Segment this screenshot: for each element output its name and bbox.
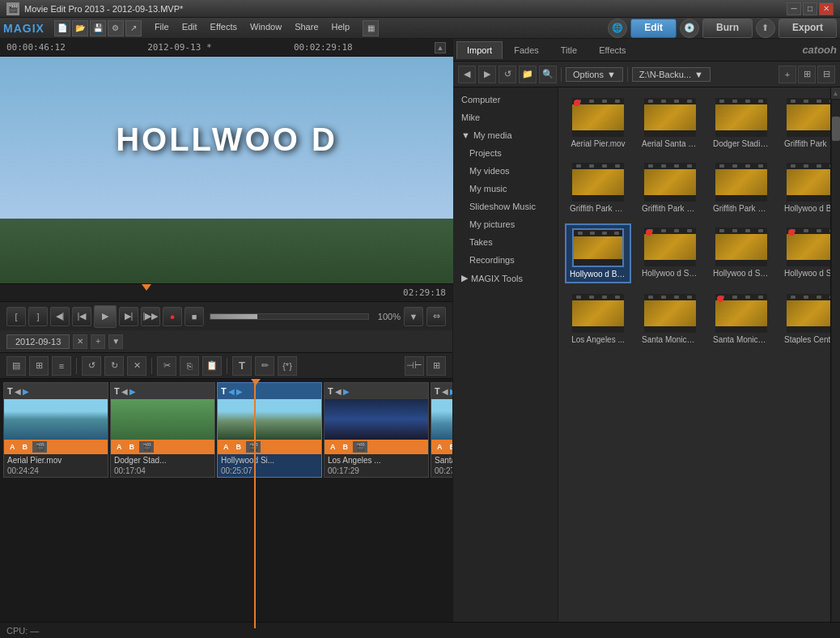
nav-slideshow[interactable]: Slideshow Music (453, 198, 558, 215)
nav-mike[interactable]: Mike (453, 108, 558, 126)
file-santa-monica-2[interactable]: Santa Monica ... (709, 290, 774, 348)
ab-button-4[interactable]: A (328, 442, 338, 452)
timeline-tab[interactable]: 2012-09-13 (6, 334, 70, 349)
save-button[interactable]: 💾 (90, 20, 106, 36)
file-griffith-2[interactable]: Griffith Park 1.m... (565, 159, 631, 217)
nav-mymusic[interactable]: My music (453, 180, 558, 198)
arrow-button[interactable]: ↗ (125, 20, 142, 36)
nav-computer[interactable]: Computer (453, 91, 558, 108)
progress-bar[interactable] (210, 313, 369, 320)
menu-help[interactable]: Help (325, 20, 357, 36)
clip-santa-monica[interactable]: T ◀ ▶ A B 🎬 Santa Monica. (431, 382, 452, 478)
nav-mymedia[interactable]: ▼ My media (453, 126, 558, 144)
refresh-button[interactable]: ↺ (498, 66, 516, 83)
copy-button[interactable]: ⎘ (180, 356, 199, 376)
ab-button-b3[interactable]: B (234, 442, 244, 452)
menu-window[interactable]: Window (244, 20, 288, 36)
track-end-button[interactable]: ⊣⊢ (405, 356, 424, 376)
file-griffith-1[interactable]: Griffith Park 1(1)... (780, 94, 830, 152)
clip-la[interactable]: T ◀ ▶ A B 🎬 (324, 382, 429, 478)
close-button[interactable]: ✕ (819, 2, 834, 15)
prev-frame-button[interactable]: |◀ (72, 307, 91, 326)
nav-myvideos[interactable]: My videos (453, 162, 558, 180)
file-hollywood-bowl-4[interactable]: Hollywoo d Bowl 4.mov (565, 223, 631, 283)
nav-recordings[interactable]: Recordings (453, 251, 558, 269)
file-griffith-4[interactable]: Griffith Park 3.m... (709, 159, 774, 217)
track-settings[interactable]: ⊞ (426, 356, 446, 376)
play-button[interactable]: ▶ (94, 305, 117, 328)
ab-button[interactable]: A (7, 442, 18, 452)
extra-icon[interactable]: ▦ (363, 20, 379, 36)
ab-button-b2[interactable]: B (127, 442, 138, 452)
file-hollywood-sign-3[interactable]: Hollywoo d Sign 3... (709, 223, 774, 283)
delete-button[interactable]: ✕ (127, 356, 146, 376)
minimize-button[interactable]: ─ (787, 2, 801, 15)
back-button[interactable]: ◀ (458, 66, 476, 83)
clip-hollywood[interactable]: T ◀ ▶ A B 🎬 Hollywood Si. (217, 382, 322, 478)
scroll-thumb[interactable] (832, 117, 840, 141)
record-button[interactable]: ● (163, 307, 182, 326)
edit-button[interactable]: Edit (630, 19, 677, 38)
file-staples[interactable]: Staples Centre... (780, 290, 830, 348)
draw-tool[interactable]: ✏ (255, 356, 274, 376)
file-hollywood-bowl-1[interactable]: Hollywoo d Bowl 1... (780, 159, 830, 217)
ab-button-b4[interactable]: B (341, 442, 351, 452)
clip-dodger[interactable]: T ◀ ▶ A B 🎬 (110, 382, 215, 478)
file-hollywood-sign[interactable]: Hollywoo d Sign... (780, 223, 830, 283)
nav-takes[interactable]: Takes (453, 233, 558, 251)
close-tab-button[interactable]: ✕ (73, 334, 87, 349)
ab-button-b[interactable]: B (20, 442, 31, 452)
options-dropdown[interactable]: Options ▼ (566, 67, 623, 82)
maximize-button[interactable]: □ (803, 2, 817, 15)
open-button[interactable]: 📂 (72, 20, 88, 36)
scroll-up-arrow[interactable]: ▲ (831, 87, 841, 99)
list-view-button[interactable]: ⊟ (817, 66, 835, 83)
prev-edit-button[interactable]: ◀| (50, 307, 70, 326)
file-santa-monica-1[interactable]: Santa Monica ... (638, 290, 702, 348)
redo-button[interactable]: ↻ (104, 356, 124, 376)
file-dodger[interactable]: Dodger Stadium... (709, 94, 774, 152)
forward-button[interactable]: ▶ (478, 66, 496, 83)
nav-mypictures[interactable]: My pictures (453, 215, 558, 233)
search-button[interactable]: 🔍 (539, 66, 557, 83)
grid-view-button[interactable]: ⊞ (798, 66, 816, 83)
clip-aerial-pier[interactable]: T ◀ ▶ A B 🎬 (3, 382, 108, 478)
file-hollywood-sign-2[interactable]: Hollywoo d Sign 2... (638, 223, 702, 283)
scroll-track[interactable] (832, 100, 840, 625)
nav-projects[interactable]: Projects (453, 144, 558, 162)
tab-fades[interactable]: Fades (503, 41, 549, 59)
tab-options-button[interactable]: ▼ (108, 334, 123, 349)
view-mode-1[interactable]: ▤ (6, 356, 26, 376)
nav-magixtools[interactable]: ▶ MAGIX Tools (453, 269, 558, 287)
file-griffith-3[interactable]: Griffith Park 2.m... (638, 159, 702, 217)
menu-file[interactable]: File (148, 20, 176, 36)
ab-button-3[interactable]: A (221, 442, 231, 452)
next-edit-button[interactable]: |▶▶ (141, 307, 160, 326)
add-view-button[interactable]: + (778, 66, 796, 83)
menu-share[interactable]: Share (288, 20, 325, 36)
undo-button[interactable]: ↺ (82, 356, 101, 376)
new-button[interactable]: 📄 (54, 20, 70, 36)
menu-effects[interactable]: Effects (204, 20, 244, 36)
tab-effects[interactable]: Effects (588, 41, 636, 59)
right-scrollbar[interactable]: ▲ ▼ (830, 87, 840, 638)
tab-import[interactable]: Import (456, 41, 503, 59)
globe-icon[interactable]: 🌐 (608, 19, 627, 38)
zoom-dropdown[interactable]: ▼ (404, 307, 423, 326)
ab-button-5[interactable]: A (435, 442, 445, 452)
text-tool[interactable]: T (232, 356, 252, 376)
export-icon[interactable]: ⬆ (756, 19, 775, 38)
view-mode-3[interactable]: ≡ (52, 356, 71, 376)
ab-button-2[interactable]: A (114, 442, 125, 452)
folder-button[interactable]: 📁 (519, 66, 537, 83)
next-frame-button[interactable]: ▶| (119, 307, 138, 326)
cut-button[interactable]: ✂ (157, 356, 176, 376)
ab-button-b5[interactable]: B (448, 442, 453, 452)
file-aerial-pier[interactable]: Aerial Pier.mov (565, 94, 631, 152)
view-mode-2[interactable]: ⊞ (29, 356, 49, 376)
path-dropdown[interactable]: Z:\N-Backu... ▼ (632, 67, 711, 82)
paste-button[interactable]: 📋 (202, 356, 222, 376)
fx-tool[interactable]: {*} (278, 356, 297, 376)
file-los-angeles[interactable]: Los Angeles ... (565, 290, 631, 348)
mark-out-button[interactable]: ] (28, 307, 48, 326)
